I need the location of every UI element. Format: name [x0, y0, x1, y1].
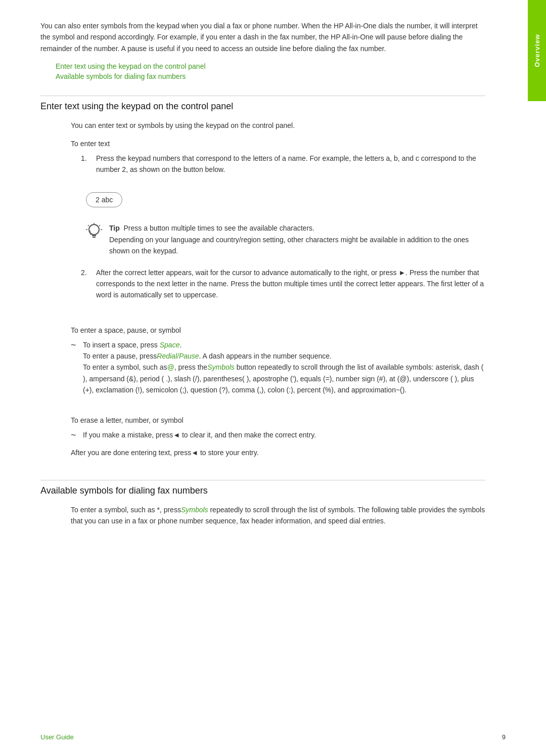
bullet1-main: To insert a space, press — [83, 341, 158, 349]
step-2: 2. After the correct letter appears, wai… — [81, 267, 485, 301]
section1-heading: Enter text using the keypad on the contr… — [40, 101, 485, 112]
tip-bulb-icon — [86, 223, 102, 243]
footer: User Guide 9 — [40, 733, 506, 741]
bullet-space: ~ To insert a space, press Space. To ent… — [71, 339, 485, 396]
links-block: Enter text using the keypad on the contr… — [56, 62, 485, 80]
tip-line1: Press a button multiple times to see the… — [124, 224, 314, 232]
svg-point-10 — [89, 231, 90, 232]
bullet-char-2: ~ — [71, 428, 83, 442]
svg-point-9 — [90, 234, 92, 235]
symbols-link: Symbols — [207, 363, 235, 371]
section2-heading: Available symbols for dialing fax number… — [40, 485, 485, 496]
link-available-symbols[interactable]: Available symbols for dialing fax number… — [56, 72, 485, 80]
tip-line2: Depending on your language and country/r… — [109, 236, 469, 255]
space-bullets: ~ To insert a space, press Space. To ent… — [71, 339, 485, 396]
redial-pause-link: Redial/Pause — [157, 352, 199, 360]
tip-box: Tip Press a button multiple times to see… — [86, 223, 485, 256]
to-enter-text-label: To enter text — [71, 140, 485, 148]
sym1: @ — [167, 363, 174, 371]
tip-content: Tip Press a button multiple times to see… — [109, 223, 485, 256]
step-1-number: 1. — [81, 153, 96, 175]
bullet2-line1: To enter a pause, pressRedial/Pause. A d… — [83, 352, 332, 360]
link-enter-text[interactable]: Enter text using the keypad on the contr… — [56, 62, 485, 70]
erase-bullet-content: If you make a mistake, press◄ to clear i… — [83, 429, 316, 440]
bullet2-line2: To enter a symbol, such as@, press theSy… — [83, 363, 483, 394]
footer-page-number: 9 — [502, 733, 506, 741]
main-content: You can also enter symbols from the keyp… — [0, 0, 546, 756]
section1-body: You can enter text or symbols by using t… — [71, 120, 485, 459]
tip-icon — [86, 223, 104, 245]
svg-line-5 — [99, 225, 100, 226]
button-2abc: 2 abc — [86, 192, 122, 207]
page-container: Overview You can also enter symbols from… — [0, 0, 546, 756]
svg-line-4 — [88, 225, 89, 226]
step-2-number: 2. — [81, 267, 96, 301]
bullet-char-1: ~ — [71, 338, 83, 352]
section2-symbols-link: Symbols — [181, 506, 208, 514]
bullet1-link: Space — [160, 341, 180, 349]
svg-point-8 — [89, 232, 91, 234]
side-tab-label: Overview — [533, 34, 541, 67]
side-tab: Overview — [528, 0, 546, 101]
divider-mid — [40, 480, 485, 480]
step-2-content: After the correct letter appears, wait f… — [96, 267, 485, 301]
tip-label: Tip — [109, 224, 120, 232]
bullet-space-content: To insert a space, press Space. To enter… — [83, 339, 485, 396]
space-label: To enter a space, pause, or symbol — [71, 326, 485, 334]
footer-user-guide: User Guide — [40, 733, 74, 741]
intro-paragraph: You can also enter symbols from the keyp… — [40, 20, 485, 54]
step-1: 1. Press the keypad numbers that corresp… — [81, 153, 485, 175]
erase-label: To erase a letter, number, or symbol — [71, 416, 485, 424]
section1-intro: You can enter text or symbols by using t… — [71, 120, 485, 131]
steps-list: 1. Press the keypad numbers that corresp… — [81, 153, 485, 175]
steps-list-2: 2. After the correct letter appears, wai… — [81, 267, 485, 301]
section2-intro: To enter a symbol, such as *, pressSymbo… — [71, 504, 485, 527]
after-done: After you are done entering text, press◄… — [71, 447, 485, 458]
button-label: 2 abc — [96, 196, 113, 204]
divider-top — [40, 96, 485, 96]
erase-bullets: ~ If you make a mistake, press◄ to clear… — [71, 429, 485, 442]
step-1-content: Press the keypad numbers that correspond… — [96, 153, 485, 175]
bullet-erase: ~ If you make a mistake, press◄ to clear… — [71, 429, 485, 442]
section2-body: To enter a symbol, such as *, pressSymbo… — [71, 504, 485, 527]
